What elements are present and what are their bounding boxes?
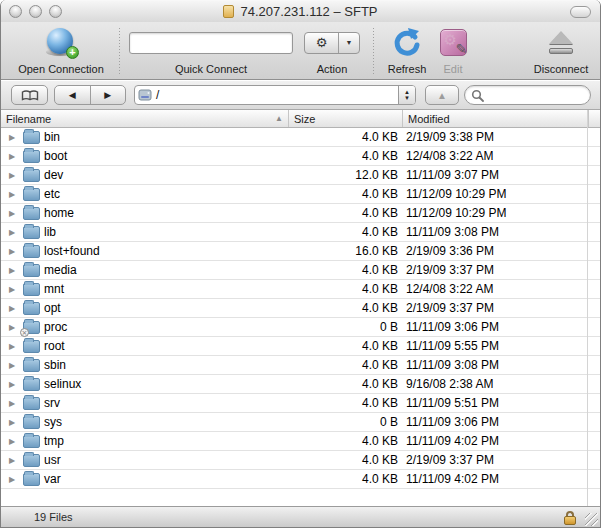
toolbar-separator [373, 28, 374, 76]
filename-cell: mnt [44, 282, 64, 296]
filename-cell: media [44, 263, 77, 277]
column-header-size[interactable]: Size [288, 110, 402, 127]
title-bar: 74.207.231.112 – SFTP [1, 0, 600, 22]
disclosure-triangle-icon[interactable]: ▶ [9, 456, 15, 465]
disclosure-triangle-icon[interactable]: ▶ [9, 190, 15, 199]
disclosure-triangle-icon[interactable]: ▶ [9, 304, 15, 313]
column-header-modified[interactable]: Modified [402, 110, 588, 127]
forward-button[interactable]: ▶ [90, 86, 126, 104]
table-row[interactable]: ▶lost+found16.0 KB2/19/09 3:36 PM [1, 242, 600, 261]
size-cell: 4.0 KB [288, 396, 398, 410]
open-connection-button[interactable]: + Open Connection [9, 22, 113, 80]
minimize-button[interactable] [29, 5, 42, 18]
column-header-filename[interactable]: Filename [1, 110, 288, 127]
disclosure-triangle-icon[interactable]: ▶ [9, 133, 15, 142]
folder-icon [23, 454, 40, 467]
toolbar-toggle-button[interactable] [570, 6, 591, 18]
table-row[interactable]: ▶var4.0 KB11/11/09 4:02 PM [1, 470, 600, 489]
disclosure-triangle-icon[interactable]: ▶ [9, 247, 15, 256]
zoom-button[interactable] [49, 5, 62, 18]
table-row[interactable]: ▶⨯proc0 B11/11/09 3:06 PM [1, 318, 600, 337]
disclosure-triangle-icon[interactable]: ▶ [9, 171, 15, 180]
table-row[interactable]: ▶dev12.0 KB11/11/09 3:07 PM [1, 166, 600, 185]
path-stepper-icon[interactable]: ▲▼ [398, 86, 415, 104]
disclosure-triangle-icon[interactable]: ▶ [9, 361, 15, 370]
disclosure-triangle-icon[interactable]: ▶ [9, 323, 15, 332]
modified-cell: 2/19/09 3:37 PM [406, 453, 494, 467]
folder-icon [23, 150, 40, 163]
gear-icon[interactable]: ⚙ [305, 33, 338, 53]
filename-cell: opt [44, 301, 61, 315]
table-row[interactable]: ▶boot4.0 KB12/4/08 3:22 AM [1, 147, 600, 166]
search-input[interactable] [487, 88, 584, 102]
table-row[interactable]: ▶opt4.0 KB2/19/09 3:37 PM [1, 299, 600, 318]
size-cell: 0 B [288, 320, 398, 334]
disclosure-triangle-icon[interactable]: ▶ [9, 152, 15, 161]
table-row[interactable]: ▶usr4.0 KB2/19/09 3:37 PM [1, 451, 600, 470]
size-cell: 4.0 KB [288, 130, 398, 144]
table-row[interactable]: ▶media4.0 KB2/19/09 3:37 PM [1, 261, 600, 280]
disclosure-triangle-icon[interactable]: ▶ [9, 399, 15, 408]
filename-cell: srv [44, 396, 60, 410]
folder-icon [23, 169, 40, 182]
size-cell: 4.0 KB [288, 301, 398, 315]
size-cell: 4.0 KB [288, 472, 398, 486]
action-dropdown-icon[interactable]: ▼ [338, 33, 359, 53]
table-row[interactable]: ▶mnt4.0 KB12/4/08 3:22 AM [1, 280, 600, 299]
modified-cell: 11/12/09 10:29 PM [406, 187, 507, 201]
disclosure-triangle-icon[interactable]: ▶ [9, 380, 15, 389]
window-title: 74.207.231.112 – SFTP [240, 4, 377, 19]
filename-cell: proc [44, 320, 67, 334]
current-path: / [156, 88, 398, 102]
quick-connect-combobox[interactable]: ▼ [129, 32, 293, 54]
folder-icon [23, 283, 40, 296]
disconnect-button[interactable]: Disconnect [525, 22, 597, 80]
disclosure-triangle-icon[interactable]: ▶ [9, 266, 15, 275]
quick-connect-input[interactable] [130, 33, 293, 53]
table-header: Filename ▲ Size Modified [1, 110, 600, 128]
table-row[interactable]: ▶lib4.0 KB11/11/09 3:08 PM [1, 223, 600, 242]
modified-cell: 11/11/09 5:55 PM [406, 339, 499, 353]
table-row[interactable]: ▶srv4.0 KB11/11/09 5:51 PM [1, 394, 600, 413]
modified-cell: 12/4/08 3:22 AM [406, 149, 493, 163]
navigation-bar: ◀ ▶ / ▲▼ ▲ [1, 81, 600, 110]
disclosure-triangle-icon[interactable]: ▶ [9, 209, 15, 218]
table-row[interactable]: ▶selinux4.0 KB9/16/08 2:38 AM [1, 375, 600, 394]
table-row[interactable]: ▶home4.0 KB11/12/09 10:29 PM [1, 204, 600, 223]
table-row[interactable]: ▶etc4.0 KB11/12/09 10:29 PM [1, 185, 600, 204]
back-button[interactable]: ◀ [55, 86, 90, 104]
disclosure-triangle-icon[interactable]: ▶ [9, 437, 15, 446]
bookmarks-button[interactable] [11, 85, 48, 105]
disclosure-triangle-icon[interactable]: ▶ [9, 285, 15, 294]
secure-lock-icon [564, 511, 576, 525]
table-row[interactable]: ▶tmp4.0 KB11/11/09 4:02 PM [1, 432, 600, 451]
refresh-button[interactable]: Refresh [381, 22, 433, 80]
filename-cell: selinux [44, 377, 81, 391]
folder-icon: ⨯ [23, 321, 40, 334]
search-field[interactable] [464, 85, 591, 105]
go-up-button[interactable]: ▲ [425, 85, 459, 105]
filename-cell: sbin [44, 358, 66, 372]
filename-cell: sys [44, 415, 62, 429]
filename-cell: lib [44, 225, 56, 239]
history-nav: ◀ ▶ [54, 85, 126, 105]
resize-grip[interactable] [585, 513, 598, 526]
size-cell: 0 B [288, 415, 398, 429]
close-button[interactable] [9, 5, 22, 18]
action-button[interactable]: ⚙ ▼ [304, 32, 360, 54]
document-proxy-icon[interactable] [223, 5, 234, 18]
disclosure-triangle-icon[interactable]: ▶ [9, 475, 15, 484]
modified-cell: 11/11/09 4:02 PM [406, 434, 499, 448]
disclosure-triangle-icon[interactable]: ▶ [9, 228, 15, 237]
table-row[interactable]: ▶sbin4.0 KB11/11/09 3:08 PM [1, 356, 600, 375]
modified-cell: 11/11/09 3:07 PM [406, 168, 499, 182]
disclosure-triangle-icon[interactable]: ▶ [9, 418, 15, 427]
disconnect-label: Disconnect [534, 63, 588, 76]
filename-cell: boot [44, 149, 67, 163]
table-row[interactable]: ▶bin4.0 KB2/19/09 3:38 PM [1, 128, 600, 147]
table-row[interactable]: ▶sys0 B11/11/09 3:06 PM [1, 413, 600, 432]
table-row[interactable]: ▶root4.0 KB11/11/09 5:55 PM [1, 337, 600, 356]
path-popup-button[interactable]: / ▲▼ [134, 85, 416, 105]
disclosure-triangle-icon[interactable]: ▶ [9, 342, 15, 351]
refresh-icon [392, 28, 422, 58]
